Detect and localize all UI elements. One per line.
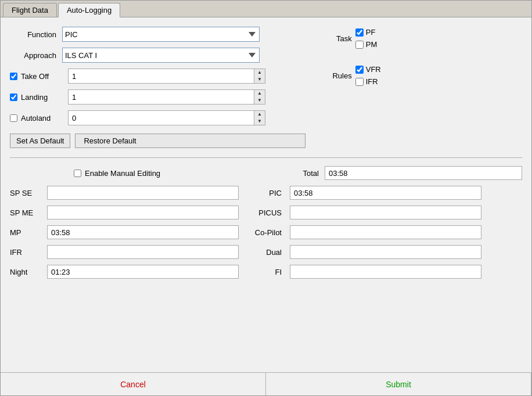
approach-label: Approach [10,51,56,60]
takeoff-spinner-btns: ▲ ▼ [254,69,265,83]
main-content: Function PIC SIC Dual Instructor Approac… [1,17,531,372]
bottom-section: Enable Manual Editing Total SP SE PIC SP… [10,158,522,363]
landing-down-btn[interactable]: ▼ [254,97,265,104]
autoland-checkbox[interactable] [10,114,17,122]
landing-label: Landing [21,93,48,102]
approach-row: Approach ILS CAT I ILS CAT II VOR NDB Vi… [10,48,305,63]
vfr-checkbox[interactable] [355,66,364,74]
pm-checkbox[interactable] [355,41,364,49]
mp-input[interactable] [47,225,239,239]
rules-group: Rules VFR IFR [329,65,381,86]
landing-up-btn[interactable]: ▲ [254,90,265,97]
vfr-row: VFR [355,65,381,74]
pf-row: PF [355,28,378,37]
autoland-label: Autoland [21,114,51,123]
takeoff-input[interactable] [69,69,254,83]
copilot-input[interactable] [290,225,481,239]
landing-row: Landing ▲ ▼ [10,89,305,105]
function-label: Function [10,30,56,39]
takeoff-down-btn[interactable]: ▼ [254,76,265,83]
sp-se-pic-row: SP SE PIC [10,186,522,200]
autoland-label-wrap: Autoland [10,114,62,123]
restore-default-button[interactable]: Restore Default [75,134,305,148]
sp-se-input[interactable] [47,186,239,200]
sp-me-input[interactable] [47,206,239,219]
approach-select[interactable]: ILS CAT I ILS CAT II VOR NDB Visual RNAV [62,48,260,63]
takeoff-label-wrap: Take Off [10,72,62,81]
picus-label: PICUS [247,208,282,217]
fi-input[interactable] [290,265,481,279]
autoland-spinner-btns: ▲ ▼ [254,111,265,125]
total-input[interactable] [325,166,522,180]
rules-label: Rules [329,71,352,80]
ifr-rule-row: IFR [355,77,381,86]
submit-button[interactable]: Submit [266,373,531,395]
left-col: Function PIC SIC Dual Instructor Approac… [10,27,305,148]
top-section: Function PIC SIC Dual Instructor Approac… [10,27,522,158]
fi-label: FI [247,268,282,276]
buttons-row: Set As Default Restore Default [10,134,305,148]
ifr-label: IFR [10,248,39,257]
total-label: Total [303,169,319,178]
night-input[interactable] [47,265,239,279]
pic-input[interactable] [290,186,481,200]
function-select[interactable]: PIC SIC Dual Instructor [62,27,260,42]
autoland-spinner: ▲ ▼ [68,110,265,125]
landing-spinner-btns: ▲ ▼ [254,90,265,104]
footer: Cancel Submit [1,372,531,395]
landing-input[interactable] [69,90,254,104]
autoland-input[interactable] [69,111,254,125]
tab-bar: Flight Data Auto-Logging [1,1,531,17]
right-col: Task PF PM [329,27,381,148]
spacer [329,51,381,63]
takeoff-label: Take Off [21,72,49,81]
dual-input[interactable] [290,245,481,259]
ifr-input[interactable] [47,245,239,259]
night-fi-row: Night FI [10,265,522,279]
mp-copilot-row: MP Co-Pilot [10,225,522,239]
ifr-dual-row: IFR Dual [10,245,522,259]
enable-manual-label: Enable Manual Editing [85,169,160,178]
main-window: Flight Data Auto-Logging Function PIC SI… [0,0,532,396]
takeoff-checkbox[interactable] [10,73,17,80]
pm-row: PM [355,40,378,49]
set-as-default-button[interactable]: Set As Default [10,134,70,148]
manual-total-row: Enable Manual Editing Total [10,166,522,180]
takeoff-spinner: ▲ ▼ [68,69,265,84]
task-group: Task PF PM [329,28,381,49]
ifr-rule-checkbox[interactable] [355,78,364,86]
vfr-label: VFR [366,65,381,74]
landing-checkbox[interactable] [10,93,17,101]
sp-me-label: SP ME [10,208,39,217]
tab-auto-logging[interactable]: Auto-Logging [58,3,120,17]
copilot-label: Co-Pilot [247,228,282,237]
dual-label: Dual [247,248,282,257]
tab-flight-data[interactable]: Flight Data [3,3,57,17]
autoland-up-btn[interactable]: ▲ [254,111,265,118]
autoland-row: Autoland ▲ ▼ [10,110,305,125]
pf-checkbox[interactable] [355,28,364,37]
takeoff-row: Take Off ▲ ▼ [10,69,305,84]
pic-label: PIC [247,189,282,197]
sp-se-label: SP SE [10,189,39,197]
landing-spinner: ▲ ▼ [68,89,265,105]
autoland-down-btn[interactable]: ▼ [254,118,265,125]
pf-label: PF [366,28,376,37]
manual-editing-row: Enable Manual Editing [74,169,160,178]
task-label: Task [329,34,352,43]
top-cols: Function PIC SIC Dual Instructor Approac… [10,27,522,148]
cancel-button[interactable]: Cancel [1,373,266,395]
landing-label-wrap: Landing [10,93,62,102]
mp-label: MP [10,228,39,237]
ifr-rule-label: IFR [366,77,378,86]
night-label: Night [10,268,39,276]
pm-label: PM [366,40,378,49]
sp-me-picus-row: SP ME PICUS [10,206,522,219]
task-checkboxes: PF PM [355,28,378,49]
enable-manual-checkbox[interactable] [74,170,81,177]
rules-checkboxes: VFR IFR [355,65,381,86]
takeoff-up-btn[interactable]: ▲ [254,69,265,76]
function-row: Function PIC SIC Dual Instructor [10,27,305,42]
picus-input[interactable] [290,206,481,219]
